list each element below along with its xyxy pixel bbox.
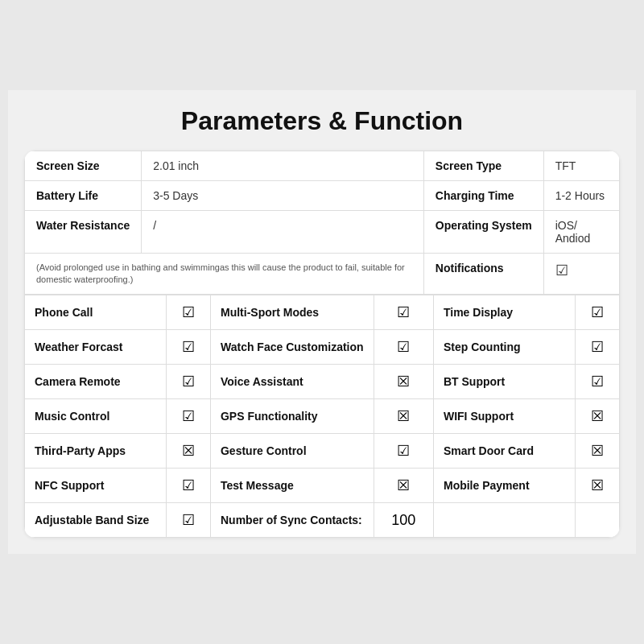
os-label: Operating System — [423, 210, 543, 253]
os-value: iOS/ Andiod — [543, 210, 619, 253]
feat-label-col1-5: NFC Support — [25, 469, 167, 503]
feat-icon-col1-5: ☑ — [166, 469, 210, 503]
feature-table: Phone Call☑Multi-Sport Modes☑Time Displa… — [24, 295, 620, 538]
battery-life-value: 3-5 Days — [142, 180, 424, 210]
feat-label-col3-5: Mobile Payment — [433, 469, 575, 503]
screen-size-label: Screen Size — [25, 151, 142, 180]
screen-type-value: TFT — [543, 151, 619, 180]
feat-label-col2-4: Gesture Control — [210, 434, 374, 469]
feat-label-col3-6 — [433, 503, 575, 538]
charging-time-label: Charging Time — [423, 180, 543, 210]
screen-type-label: Screen Type — [423, 151, 543, 180]
feature-row-0: Phone Call☑Multi-Sport Modes☑Time Displa… — [25, 295, 620, 330]
feat-label-col1-2: Camera Remote — [25, 365, 167, 399]
feat-icon-col3-0: ☑ — [575, 295, 619, 330]
feat-icon-col3-5: ☒ — [575, 469, 619, 503]
feat-label-col3-1: Step Counting — [433, 330, 575, 365]
feat-label-col1-4: Third-Party Apps — [25, 434, 167, 469]
feat-label-col1-6: Adjustable Band Size — [25, 503, 167, 538]
page-title: Parameters & Function — [24, 106, 620, 136]
feat-icon-col2-2: ☒ — [374, 365, 433, 399]
battery-life-label: Battery Life — [25, 180, 142, 210]
feat-icon-col1-2: ☑ — [166, 365, 210, 399]
feature-row-3: Music Control☑GPS Functionality☒WIFI Sup… — [25, 399, 620, 434]
feat-icon-col1-3: ☑ — [166, 399, 210, 434]
feat-icon-col3-4: ☒ — [575, 434, 619, 469]
spec-row-1: Screen Size 2.01 inch Screen Type TFT — [25, 151, 620, 180]
feat-icon-col1-1: ☑ — [166, 330, 210, 365]
spec-row-3-note: (Avoid prolonged use in bathing and swim… — [25, 253, 620, 295]
feat-label-col2-6: Number of Sync Contacts: — [210, 503, 374, 538]
feat-icon-col1-0: ☑ — [166, 295, 210, 330]
water-resistance-note: (Avoid prolonged use in bathing and swim… — [25, 253, 424, 295]
feat-label-col1-0: Phone Call — [25, 295, 167, 330]
feat-label-col2-5: Test Message — [210, 469, 374, 503]
feat-icon-col3-2: ☑ — [575, 365, 619, 399]
feat-icon-col2-5: ☒ — [374, 469, 433, 503]
water-resistance-value: / — [142, 210, 424, 253]
charging-time-value: 1-2 Hours — [543, 180, 619, 210]
feature-row-6: Adjustable Band Size☑Number of Sync Cont… — [25, 503, 620, 538]
feat-icon-col2-3: ☒ — [374, 399, 433, 434]
feat-label-col2-1: Watch Face Customization — [210, 330, 374, 365]
feat-label-col2-3: GPS Functionality — [210, 399, 374, 434]
feat-label-col1-1: Weather Forcast — [25, 330, 167, 365]
spec-row-3: Water Resistance / Operating System iOS/… — [25, 210, 620, 253]
feat-icon-col1-4: ☒ — [166, 434, 210, 469]
feat-icon-col3-1: ☑ — [575, 330, 619, 365]
feat-label-col3-2: BT Support — [433, 365, 575, 399]
notifications-label: Notifications — [423, 253, 543, 295]
page: Parameters & Function Screen Size 2.01 i… — [8, 90, 636, 555]
feat-icon-col2-4: ☑ — [374, 434, 433, 469]
feature-row-5: NFC Support☑Test Message☒Mobile Payment☒ — [25, 469, 620, 503]
feat-icon-col2-6: 100 — [374, 503, 433, 538]
feature-row-2: Camera Remote☑Voice Assistant☒BT Support… — [25, 365, 620, 399]
spec-row-2: Battery Life 3-5 Days Charging Time 1-2 … — [25, 180, 620, 210]
notifications-value: ☑ — [543, 253, 619, 295]
feat-icon-col2-1: ☑ — [374, 330, 433, 365]
feat-label-col3-4: Smart Door Card — [433, 434, 575, 469]
feat-icon-col3-3: ☒ — [575, 399, 619, 434]
feat-icon-col1-6: ☑ — [166, 503, 210, 538]
water-resistance-label: Water Resistance — [25, 210, 142, 253]
card: Screen Size 2.01 inch Screen Type TFT Ba… — [24, 151, 620, 539]
feat-label-col3-0: Time Display — [433, 295, 575, 330]
feat-label-col2-0: Multi-Sport Modes — [210, 295, 374, 330]
feature-row-4: Third-Party Apps☒Gesture Control☑Smart D… — [25, 434, 620, 469]
feat-icon-col2-0: ☑ — [374, 295, 433, 330]
feat-label-col3-3: WIFI Support — [433, 399, 575, 434]
feature-row-1: Weather Forcast☑Watch Face Customization… — [25, 330, 620, 365]
spec-table: Screen Size 2.01 inch Screen Type TFT Ba… — [24, 151, 620, 295]
feat-icon-col3-6 — [575, 503, 619, 538]
screen-size-value: 2.01 inch — [142, 151, 424, 180]
feat-label-col1-3: Music Control — [25, 399, 167, 434]
feat-label-col2-2: Voice Assistant — [210, 365, 374, 399]
